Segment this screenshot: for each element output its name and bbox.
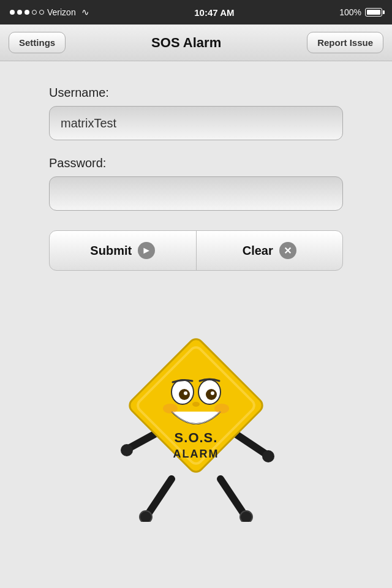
svg-point-16 — [192, 402, 200, 407]
svg-point-3 — [240, 511, 252, 522]
clear-icon: ✕ — [279, 242, 296, 259]
svg-point-2 — [140, 511, 152, 522]
status-bar: Verizon ∿ 10:47 AM 100% — [0, 0, 392, 24]
submit-label: Submit — [90, 244, 132, 258]
nav-title: SOS Alarm — [151, 35, 221, 51]
status-left: Verizon ∿ — [10, 7, 89, 18]
battery-percent: 100% — [339, 7, 361, 17]
svg-point-6 — [121, 444, 133, 456]
clear-button[interactable]: Clear ✕ — [197, 231, 343, 270]
clear-label: Clear — [243, 244, 273, 258]
svg-point-17 — [163, 404, 178, 413]
password-input[interactable] — [49, 176, 343, 211]
nav-bar: Settings SOS Alarm Report Issue — [0, 24, 392, 61]
submit-button[interactable]: Submit ► — [50, 231, 197, 270]
signal-dot-3 — [24, 10, 29, 15]
status-time: 10:47 AM — [194, 7, 234, 18]
password-label: Password: — [49, 156, 343, 170]
username-input[interactable] — [49, 106, 343, 140]
wifi-icon: ∿ — [81, 7, 89, 18]
svg-point-15 — [211, 391, 214, 395]
signal-dots — [10, 10, 44, 15]
battery-icon — [365, 8, 382, 17]
report-issue-button[interactable]: Report Issue — [307, 32, 383, 53]
main-content: Username: Password: Submit ► Clear ✕ — [0, 61, 392, 289]
svg-point-7 — [262, 450, 274, 462]
settings-button[interactable]: Settings — [9, 32, 66, 53]
svg-line-0 — [147, 479, 172, 516]
action-button-row: Submit ► Clear ✕ — [49, 230, 343, 271]
status-right: 100% — [339, 7, 382, 17]
submit-icon: ► — [138, 242, 155, 259]
svg-text:S.O.S.: S.O.S. — [175, 430, 218, 445]
signal-dot-5 — [39, 10, 44, 15]
signal-dot-1 — [10, 10, 15, 15]
svg-text:ALARM: ALARM — [173, 448, 219, 460]
svg-point-14 — [184, 391, 187, 395]
signal-dot-4 — [32, 10, 37, 15]
sos-mascot: S.O.S. ALARM — [92, 301, 300, 522]
username-label: Username: — [49, 86, 343, 100]
svg-point-18 — [214, 404, 229, 413]
signal-dot-2 — [17, 10, 22, 15]
carrier-label: Verizon — [47, 7, 76, 17]
mascot-area: S.O.S. ALARM — [0, 289, 392, 522]
svg-line-1 — [221, 479, 245, 516]
